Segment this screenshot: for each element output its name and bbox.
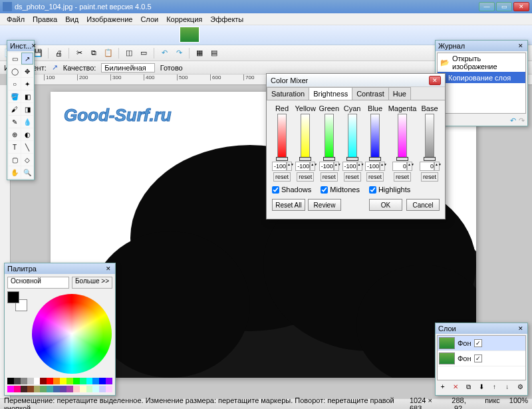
menu-layers[interactable]: Слои: [136, 14, 162, 25]
mixer-slider[interactable]: [277, 114, 287, 160]
layer-delete-button[interactable]: ✕: [451, 383, 460, 392]
history-undo-button[interactable]: ↶: [510, 116, 516, 125]
layer-duplicate-button[interactable]: ⧉: [464, 383, 473, 392]
mixer-value-input[interactable]: [319, 162, 334, 171]
color-wheel[interactable]: [32, 294, 112, 374]
history-item[interactable]: ⧉Копирование слоя: [438, 72, 525, 83]
history-item[interactable]: 📂Открыть изображение: [438, 53, 525, 72]
history-close-button[interactable]: ✕: [517, 42, 525, 50]
history-panel[interactable]: Журнал✕ 📂Открыть изображение ⧉Копировани…: [435, 40, 528, 126]
close-button[interactable]: ✕: [513, 2, 529, 11]
document-thumbnail[interactable]: [180, 27, 200, 43]
menu-file[interactable]: Файл: [3, 14, 29, 25]
print-button[interactable]: 🖨: [53, 47, 65, 59]
quality-select[interactable]: Билинейная: [101, 63, 154, 72]
history-redo-button[interactable]: ↷: [519, 116, 525, 125]
layer-add-button[interactable]: +: [438, 383, 448, 392]
mixer-reset-button[interactable]: reset: [421, 172, 438, 182]
menu-adjust[interactable]: Коррекция: [162, 14, 206, 25]
mixer-spinner[interactable]: ▲▼: [365, 162, 385, 171]
mixer-slider[interactable]: [325, 114, 334, 160]
tab-brightness[interactable]: Brightness: [309, 87, 352, 100]
midtones-checkbox[interactable]: Midtones: [321, 186, 360, 194]
mixer-spinner[interactable]: ▲▼: [272, 162, 292, 171]
copy-button[interactable]: ⧉: [88, 47, 100, 59]
layer-props-button[interactable]: ⚙: [515, 383, 525, 392]
crop-button[interactable]: ◫: [123, 47, 135, 59]
tool-magic-wand[interactable]: ✦: [21, 78, 33, 90]
menu-view[interactable]: Вид: [61, 14, 82, 25]
maximize-button[interactable]: ▭: [496, 2, 512, 11]
mixer-spinner[interactable]: ▲▼: [295, 162, 315, 171]
layers-close-button[interactable]: ✕: [517, 325, 525, 333]
mixer-reset-button[interactable]: reset: [344, 172, 361, 182]
review-button[interactable]: Review: [308, 199, 341, 211]
tool-text[interactable]: T: [9, 141, 21, 153]
swatch-row-1[interactable]: [7, 378, 112, 384]
tab-contrast[interactable]: Contrast: [352, 87, 389, 100]
palette-more-button[interactable]: Больше >>: [72, 277, 112, 289]
tool-shapes[interactable]: ◇: [21, 154, 33, 166]
dialog-close-button[interactable]: ✕: [429, 76, 441, 85]
tool-pencil[interactable]: ✎: [9, 116, 21, 128]
tool-eraser[interactable]: ◨: [21, 103, 33, 115]
layer-item[interactable]: Фон✓: [438, 336, 525, 351]
mixer-spinner[interactable]: ▲▼: [420, 162, 440, 171]
mixer-slider[interactable]: [301, 114, 310, 160]
mixer-slider[interactable]: [425, 114, 434, 160]
mixer-spinner[interactable]: ▲▼: [392, 162, 412, 171]
menu-edit[interactable]: Правка: [29, 14, 61, 25]
tool-brush[interactable]: 🖌: [9, 103, 21, 115]
tool-gradient[interactable]: ◧: [21, 90, 33, 102]
color-mixer-dialog[interactable]: Color Mixer✕ Saturation Brightness Contr…: [266, 73, 446, 219]
cancel-button[interactable]: Cancel: [406, 199, 440, 211]
mixer-slider[interactable]: [370, 114, 380, 160]
tab-saturation[interactable]: Saturation: [267, 87, 309, 100]
menu-effects[interactable]: Эффекты: [206, 14, 247, 25]
tool-move[interactable]: ↗: [21, 53, 33, 65]
tool-recolor[interactable]: ◐: [21, 128, 33, 140]
layer-merge-button[interactable]: ⬇: [477, 383, 486, 392]
swatch-row-2[interactable]: [7, 386, 112, 392]
tool-pan[interactable]: ✋: [9, 166, 21, 178]
undo-button[interactable]: ↶: [158, 47, 170, 59]
tool-rect[interactable]: ▢: [9, 154, 21, 166]
mixer-value-input[interactable]: [420, 162, 434, 171]
tool-move-selection[interactable]: ✥: [21, 65, 33, 77]
palette-mode-select[interactable]: Основной: [7, 277, 69, 289]
layers-panel[interactable]: Слои✕ Фон✓ Фон✓ + ✕ ⧉ ⬇ ↑ ↓ ⚙: [435, 323, 528, 396]
ok-button[interactable]: OK: [369, 199, 402, 211]
minimize-button[interactable]: —: [479, 2, 495, 11]
mixer-reset-button[interactable]: reset: [297, 172, 314, 182]
redo-button[interactable]: ↷: [173, 47, 185, 59]
mixer-value-input[interactable]: [342, 162, 357, 171]
tool-line[interactable]: ╲: [21, 141, 33, 153]
tool-ellipse-select[interactable]: ○: [9, 78, 21, 90]
mixer-spinner[interactable]: ▲▼: [342, 162, 362, 171]
palette-panel[interactable]: Палитра✕ Основной Больше >>: [4, 263, 116, 396]
highlights-checkbox[interactable]: Highlights: [369, 186, 410, 194]
layer-visibility-checkbox[interactable]: ✓: [474, 354, 482, 362]
tools-close-button[interactable]: ✕: [31, 42, 37, 50]
tool-picker[interactable]: 💧: [21, 116, 33, 128]
ruler-button[interactable]: ▤: [208, 47, 220, 59]
layer-visibility-checkbox[interactable]: ✓: [474, 339, 482, 347]
mixer-value-input[interactable]: [392, 162, 407, 171]
mixer-reset-button[interactable]: reset: [273, 172, 291, 182]
mixer-reset-button[interactable]: reset: [394, 172, 411, 182]
mixer-reset-button[interactable]: reset: [321, 172, 338, 182]
tool-rect-select[interactable]: ▭: [9, 53, 21, 65]
tab-hue[interactable]: Hue: [388, 87, 411, 100]
reset-all-button[interactable]: Reset All: [272, 199, 305, 211]
fg-bg-colors[interactable]: [7, 291, 27, 311]
mixer-spinner[interactable]: ▲▼: [319, 162, 339, 171]
tool-bucket[interactable]: 🪣: [9, 90, 21, 102]
mixer-slider[interactable]: [398, 114, 407, 160]
tools-panel[interactable]: Инст...✕ ▭ ↗ ◯ ✥ ○ ✦ 🪣 ◧ 🖌 ◨ ✎ 💧 ⊕ ◐ T ╲…: [7, 40, 35, 180]
palette-close-button[interactable]: ✕: [104, 265, 112, 273]
paste-button[interactable]: 📋: [102, 47, 114, 59]
deselect-button[interactable]: ▭: [138, 47, 150, 59]
tool-lasso[interactable]: ◯: [9, 65, 21, 77]
tool-zoom[interactable]: 🔍: [21, 166, 33, 178]
menu-image[interactable]: Изображение: [82, 14, 136, 25]
